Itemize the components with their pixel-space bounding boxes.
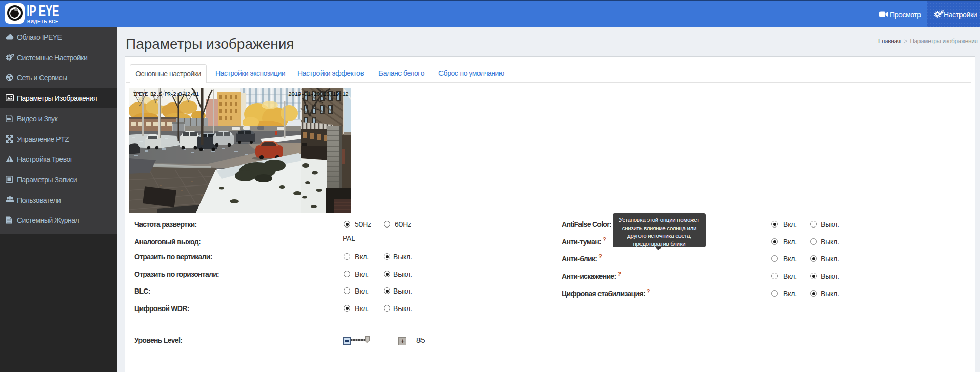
svg-text:2019-01-20 13:19:12: 2019-01-20 13:19:12 [288, 91, 349, 97]
svg-text:IPEYE B2.S PR-2.8-12-01: IPEYE B2.S PR-2.8-12-01 [133, 91, 199, 97]
